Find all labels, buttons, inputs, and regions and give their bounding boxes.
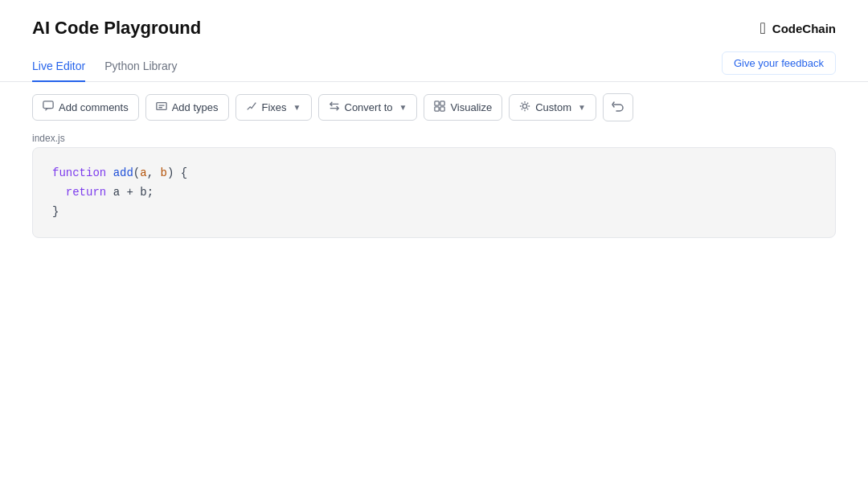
tabs-bar: Live Editor Python Library Give your fee… (0, 51, 868, 82)
toolbar: Add comments Add types Fixes ▼ Convert t… (0, 82, 868, 133)
undo-button[interactable] (603, 93, 633, 121)
convert-to-label: Convert to (345, 101, 393, 113)
tabs-left: Live Editor Python Library (32, 59, 177, 81)
svg-rect-0 (43, 101, 53, 109)
fixes-arrow: ▼ (293, 103, 301, 112)
types-icon (156, 101, 167, 114)
file-label: index.js (32, 133, 836, 144)
svg-rect-1 (157, 103, 166, 110)
code-line-1: function add(a, b) { (52, 164, 816, 183)
header-right:  CodeChain (760, 19, 836, 38)
fixes-label: Fixes (262, 101, 287, 113)
brand-name: CodeChain (772, 22, 836, 35)
visualize-icon (434, 101, 445, 114)
add-types-button[interactable]: Add types (145, 94, 229, 121)
visualize-button[interactable]: Visualize (424, 94, 502, 121)
convert-icon (329, 101, 340, 114)
convert-to-button[interactable]: Convert to ▼ (318, 94, 418, 121)
code-line-3: } (52, 203, 816, 222)
fixes-button[interactable]: Fixes ▼ (235, 94, 312, 121)
comment-icon (43, 101, 54, 114)
svg-point-6 (523, 104, 527, 108)
undo-icon (612, 100, 624, 115)
add-types-label: Add types (172, 101, 219, 113)
add-comments-label: Add comments (59, 101, 129, 113)
custom-icon (519, 101, 530, 114)
tab-python-library[interactable]: Python Library (104, 60, 177, 82)
custom-button[interactable]: Custom ▼ (509, 94, 596, 121)
fixes-icon (246, 101, 257, 114)
convert-arrow: ▼ (399, 103, 407, 112)
header: AI Code Playground  CodeChain (0, 0, 868, 39)
custom-arrow: ▼ (578, 103, 586, 112)
svg-rect-4 (435, 107, 439, 111)
feedback-button[interactable]: Give your feedback (722, 51, 836, 75)
github-icon:  (760, 19, 766, 38)
svg-rect-3 (440, 101, 444, 105)
tab-live-editor[interactable]: Live Editor (32, 60, 85, 82)
editor-wrapper: index.js function add(a, b) { return a +… (0, 133, 868, 238)
svg-rect-5 (440, 107, 444, 111)
code-editor[interactable]: function add(a, b) { return a + b; } (32, 147, 836, 238)
app-title: AI Code Playground (32, 18, 201, 39)
add-comments-button[interactable]: Add comments (32, 94, 139, 121)
code-line-2: return a + b; (52, 183, 816, 203)
custom-label: Custom (535, 101, 571, 113)
visualize-label: Visualize (450, 101, 492, 113)
svg-rect-2 (435, 101, 439, 105)
